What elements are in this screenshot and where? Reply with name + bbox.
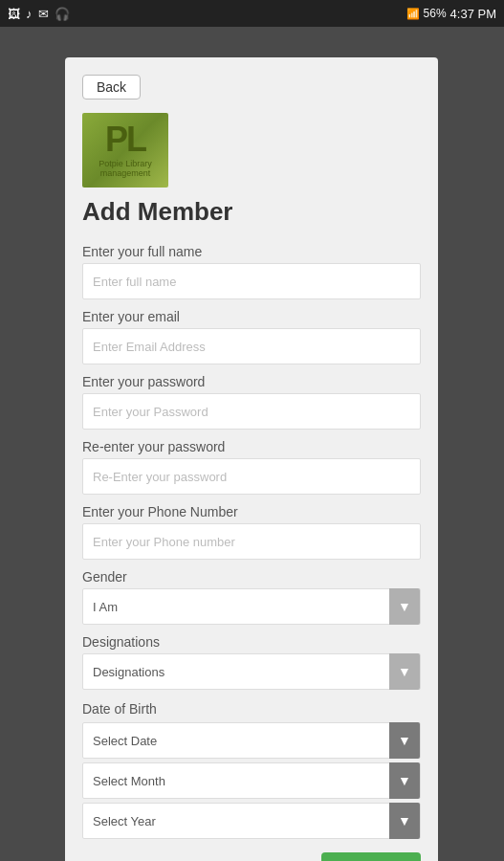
repassword-label: Re-enter your password <box>82 439 421 454</box>
select-year-label: Select Year <box>93 814 156 828</box>
designations-dropdown-arrow: ▼ <box>389 653 420 690</box>
add-member-card: Back PL Potpie Library management Add Me… <box>65 57 438 861</box>
fullname-label: Enter your full name <box>82 244 421 259</box>
select-date-label: Select Date <box>93 734 157 748</box>
logo-abbr: PL <box>105 122 145 157</box>
gender-dropdown-arrow: ▼ <box>389 588 420 625</box>
password-label: Enter your password <box>82 374 421 389</box>
page-title: Add Member <box>82 197 421 227</box>
gender-label: Gender <box>82 569 421 585</box>
status-bar: 🖼 ♪ ✉ 🎧 📶 56% 4:37 PM <box>0 0 504 27</box>
battery-percent: 56% <box>424 7 447 20</box>
logo-subtext: Potpie Library management <box>82 159 168 178</box>
gender-dropdown[interactable]: I Am ▼ <box>82 588 421 625</box>
select-month-dropdown[interactable]: Select Month ▼ <box>82 762 421 799</box>
headphone-icon: 🎧 <box>55 7 70 21</box>
email-label: Enter your email <box>82 309 421 324</box>
select-month-arrow: ▼ <box>389 762 420 799</box>
gender-value: I Am <box>93 600 118 614</box>
status-info-right: 📶 56% 4:37 PM <box>406 7 496 21</box>
password-input[interactable] <box>82 393 421 430</box>
fullname-input[interactable] <box>82 263 421 299</box>
mail-icon: ✉ <box>38 7 49 21</box>
phone-label: Enter your Phone Number <box>82 504 421 519</box>
image-icon: 🖼 <box>8 7 20 21</box>
designations-value: Designations <box>93 665 164 679</box>
designations-label: Designations <box>82 634 421 650</box>
logo-box: PL Potpie Library management <box>82 113 168 188</box>
continue-row: Continue <box>82 852 421 861</box>
music-icon: ♪ <box>26 7 33 21</box>
select-date-dropdown[interactable]: Select Date ▼ <box>82 722 421 759</box>
select-month-label: Select Month <box>93 774 165 788</box>
select-date-arrow: ▼ <box>389 722 420 759</box>
back-button[interactable]: Back <box>82 75 141 99</box>
time-display: 4:37 PM <box>450 7 496 21</box>
dob-label: Date of Birth <box>82 701 421 717</box>
status-icons-left: 🖼 ♪ ✉ 🎧 <box>8 7 70 21</box>
repassword-input[interactable] <box>82 458 421 495</box>
designations-dropdown[interactable]: Designations ▼ <box>82 653 421 690</box>
select-year-arrow: ▼ <box>389 803 420 839</box>
phone-input[interactable] <box>82 523 421 560</box>
signal-icon: 📶 <box>406 8 420 20</box>
logo-container: PL Potpie Library management <box>82 113 421 188</box>
select-year-dropdown[interactable]: Select Year ▼ <box>82 803 421 839</box>
email-input[interactable] <box>82 328 421 364</box>
continue-button[interactable]: Continue <box>321 852 421 861</box>
